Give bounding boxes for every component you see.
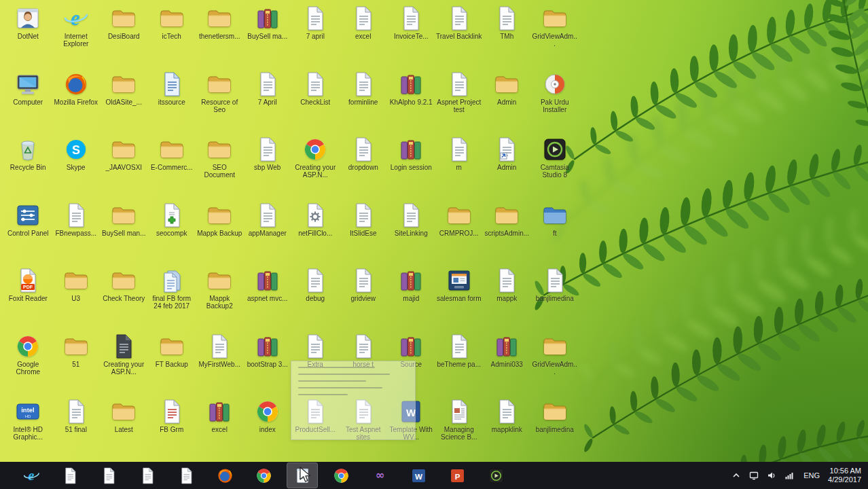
desktop-icon-khalpho-9-2-1[interactable]: KhAlpho 9.2.1 [387, 69, 435, 134]
desktop-icon-dotnet[interactable]: DotNet [4, 3, 52, 69]
desktop-icon-itssource[interactable]: itssource [148, 69, 196, 134]
desktop-icon-m[interactable]: m [435, 134, 484, 200]
desktop-icon-admini033[interactable]: Admini033 [483, 331, 531, 397]
desktop-icon-fbnewpass[interactable]: FBnewpass... [52, 200, 101, 266]
desktop-icon-mappklink[interactable]: mappklink [483, 396, 531, 462]
desktop-icon-banjlimedina[interactable]: banjlimedina [531, 265, 579, 331]
desktop-icon-invoicete[interactable]: InvoiceTe... [387, 3, 435, 69]
desktop-icon-computer[interactable]: Computer [4, 69, 52, 134]
desktop-icon-aspnet-project-test[interactable]: Aspnet Project test [435, 69, 484, 134]
desktop-icon-gridview[interactable]: gridview [340, 265, 388, 331]
desktop-icon-thenetlersm[interactable]: thenetlersm... [196, 3, 244, 69]
network-icon[interactable] [783, 469, 795, 482]
desktop-icon-forminline[interactable]: forminline [340, 69, 388, 134]
desktop-icon-betheme-pa[interactable]: beTheme pa... [435, 331, 484, 397]
desktop-icon-ictech[interactable]: icTech [148, 3, 196, 69]
desktop-icon-netfillclo[interactable]: netFillClo... [291, 200, 340, 266]
desktop-icon-7-april[interactable]: 7 april [291, 3, 340, 69]
desktop-icon-sitelinking[interactable]: SiteLinking [387, 200, 435, 266]
taskbar-button-document-2[interactable] [132, 463, 162, 488]
taskbar-button-document-3[interactable] [171, 463, 201, 488]
taskbar-button-chrome-1[interactable] [249, 463, 278, 488]
desktop-icon-checklist[interactable]: CheckList [291, 69, 340, 134]
desktop-icon-login-session[interactable]: Login session [387, 134, 435, 200]
desktop-icon-sbp-web[interactable]: sbp Web [244, 134, 292, 200]
desktop-icon-pak-urdu-installer[interactable]: Pak Urdu Installer [531, 69, 579, 134]
desktop-icon-gridviewadm[interactable]: GridViewAdm... [531, 3, 579, 69]
desktop-icon-salesman-form[interactable]: salesman form [435, 265, 484, 331]
desktop-icon-internet-explorer[interactable]: eInternet Explorer [52, 3, 101, 69]
desktop-icon-travel-backlink[interactable]: Travel Backlink [435, 3, 484, 69]
desktop-icon-debug[interactable]: debug [291, 265, 340, 331]
taskbar-button-file-explorer[interactable] [55, 463, 85, 488]
desktop-icon-final-fb-form-24-feb-2017[interactable]: final FB form 24 feb 2017 [148, 265, 196, 331]
taskbar-button-firefox[interactable] [210, 463, 240, 488]
desktop-icon-creating-your-asp-n[interactable]: Creating your ASP.N... [291, 134, 340, 200]
desktop-icon-fb-grm[interactable]: FB Grm [148, 396, 196, 462]
desktop-icon-ft[interactable]: ft [531, 200, 579, 266]
taskbar-button-chrome-2[interactable] [326, 463, 356, 488]
taskbar-button-document-1[interactable] [94, 463, 124, 488]
taskbar-button-powerpoint[interactable]: P [442, 463, 472, 488]
desktop-icon-skype[interactable]: SSkype [52, 134, 101, 200]
desktop-icon-jaavosxi[interactable]: _JAAVOSXI [100, 134, 148, 200]
taskbar-button-internet-explorer[interactable]: e [16, 463, 46, 488]
desktop-icon-creating-your-asp-n[interactable]: Creating your ASP.N... [100, 331, 148, 397]
desktop-icon-camtasia-studio-8[interactable]: Camtasia Studio 8 [531, 134, 579, 200]
taskbar-button-camtasia[interactable] [481, 463, 511, 488]
desktop-icon-google-chrome[interactable]: Google Chrome [4, 331, 52, 397]
desktop-icon-check-theory[interactable]: Check Theory [100, 265, 148, 331]
desktop-icon-desiboard[interactable]: DesiBoard [100, 3, 148, 69]
desktop-icon-appmanager[interactable]: appManager [244, 200, 292, 266]
bluedoc-icon [158, 71, 185, 98]
language-indicator[interactable]: ENG [802, 471, 821, 479]
desktop-icon-bootstrap-3[interactable]: bootStrap 3... [244, 331, 292, 397]
desktop-icon-admin[interactable]: Admin [483, 69, 531, 134]
desktop-icon-oldasite[interactable]: OldASite_... [100, 69, 148, 134]
desktop-icon-admin[interactable]: Admin [483, 134, 531, 200]
desktop-icon-buysell-man[interactable]: BuySell man... [100, 200, 148, 266]
desktop-icon-excel[interactable]: excel [196, 396, 244, 462]
taskbar-button-word[interactable]: W [403, 463, 433, 488]
desktop-icon-control-panel[interactable]: Control Panel [4, 200, 52, 266]
desktop-icon-crmproj[interactable]: CRMPROJ... [435, 200, 484, 266]
desktop-icon-intel-hd-graphic[interactable]: intelHDIntel® HD Graphic... [4, 396, 52, 462]
desktop-icon-mappk[interactable]: mappk [483, 265, 531, 331]
desktop-icon-latest[interactable]: Latest [100, 396, 148, 462]
desktop-icon-gridviewadm[interactable]: GridViewAdm... [531, 331, 579, 397]
desktop-icon-managing-science-b[interactable]: Managing Science B... [435, 396, 484, 462]
desktop-icon-banjlimedina[interactable]: banjlimedina [531, 396, 579, 462]
pen-input-icon[interactable] [748, 469, 760, 482]
desktop-icon-mappk-backup2[interactable]: Mappk Backup2 [196, 265, 244, 331]
desktop-icon-recycle-bin[interactable]: Recycle Bin [4, 134, 52, 200]
desktop-icon-tmh[interactable]: TMh [483, 3, 531, 69]
hidden-icons-chevron-icon[interactable] [730, 469, 742, 482]
desktop-icon-myfirstweb[interactable]: MyFirstWeb... [196, 331, 244, 397]
desktop-icon-mappk-backup[interactable]: Mappk Backup [196, 200, 244, 266]
volume-icon[interactable] [765, 469, 778, 482]
desktop-icon-itslidese[interactable]: ItSlidEse [340, 200, 388, 266]
desktop-icon-ft-backup[interactable]: FT Backup [148, 331, 196, 397]
desktop-icon-buysell-ma[interactable]: BuySell ma... [244, 3, 292, 69]
folder-glyph [206, 5, 233, 32]
clock[interactable]: 10:56 AM 4/29/2017 [828, 467, 865, 484]
desktop-icon-51-final[interactable]: 51 final [52, 396, 101, 462]
desktop-icon-excel[interactable]: excel [340, 3, 388, 69]
desktop-icon-seocompk[interactable]: seocompk [148, 200, 196, 266]
desktop-icon-seo-document[interactable]: SEO Document [196, 134, 244, 200]
desktop-icon-aspnet-mvc[interactable]: aspnet mvc... [244, 265, 292, 331]
desktop-icon-majid[interactable]: majid [387, 265, 435, 331]
desktop-icon-scriptsadmin[interactable]: scriptsAdmin... [483, 200, 531, 266]
desktop-icon-u3[interactable]: U3 [52, 265, 101, 331]
desktop-icon-mozilla-firefox[interactable]: Mozilla Firefox [52, 69, 101, 134]
desktop-icon-dropdown[interactable]: dropdown [340, 134, 388, 200]
desktop-icon-51[interactable]: 51 [52, 331, 101, 397]
desktop-icon-index[interactable]: index [244, 396, 292, 462]
desktop-icon-7-april[interactable]: 7 April [244, 69, 292, 134]
desktop-icon-foxit-reader[interactable]: PDFFoxit Reader [4, 265, 52, 331]
darkdoc-icon [110, 333, 137, 360]
desktop-icon-resource-of-seo[interactable]: Resource of Seo [196, 69, 244, 134]
taskbar-button-visual-studio[interactable]: ∞ [365, 463, 395, 488]
desktop-icon-e-commerc[interactable]: E-Commerc... [148, 134, 196, 200]
taskbar-button-notepad[interactable] [287, 463, 317, 488]
